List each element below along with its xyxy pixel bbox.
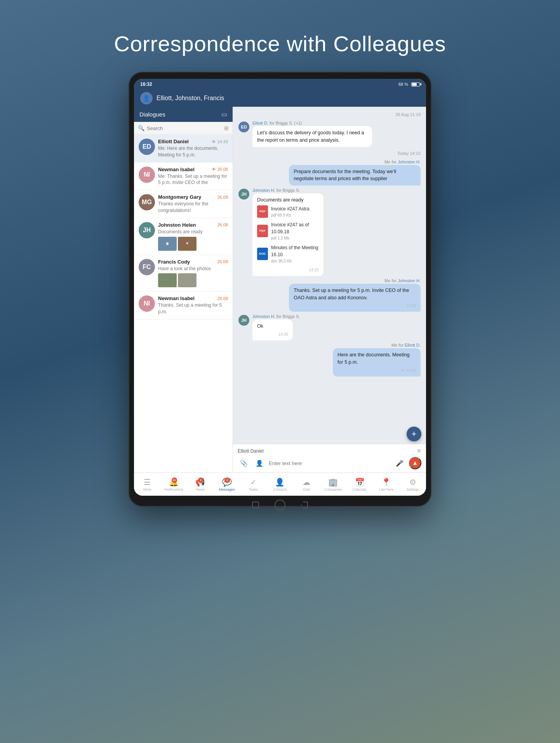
- back-button[interactable]: [252, 502, 259, 509]
- incoming-message-row: JH Johnston H. for Briggs S. Ok 14:36: [238, 314, 300, 340]
- nav-icon-iamhere: 📍: [381, 477, 391, 487]
- attachment-info: Invoice #247 as of 10.09.18 pdf 1.2 Mb: [271, 221, 319, 241]
- dialogue-item[interactable]: MG Montgomery Gary 26.08 Thanks everyone…: [134, 190, 233, 218]
- chat-input-field[interactable]: [269, 460, 390, 466]
- tablet-frame: 16:32 68 % 👤 Elliott, Johnston, Francis …: [129, 72, 431, 507]
- outgoing-for: Elliott D.: [405, 343, 421, 347]
- outgoing-message-row: Me for Johnston H. Prepare documents for…: [266, 160, 421, 186]
- tablet-bottom-buttons: [134, 500, 426, 510]
- dialogue-preview: Me: Here are the documents. Meeting for …: [158, 145, 228, 158]
- menu-button[interactable]: [301, 502, 308, 509]
- nav-icon-settings: ⚙: [409, 477, 416, 487]
- msg-bubble-outgoing: Thanks. Set up a meeting for 5 p.m. Invi…: [289, 284, 421, 312]
- dialogue-row1: Francis Cody 26.08: [158, 259, 228, 265]
- nav-label-messages: Messages: [219, 488, 235, 491]
- attachment-name: Minutes of the Meeting 16.10: [271, 244, 319, 258]
- attachment-item: PDF Invoice #247 Astra pdf 69.9 Kb: [257, 204, 319, 220]
- nav-item-disk[interactable]: ☁ Disk: [293, 476, 320, 493]
- nav-badge-news: 1: [198, 477, 203, 483]
- dialogue-preview: Documents are ready: [158, 229, 228, 235]
- dialogue-item[interactable]: ED Elliott Daniel 👁 14:43 Me: Here are t…: [134, 135, 233, 163]
- msg-sender: Johnston H.: [252, 314, 275, 319]
- dialogue-time: 26.08: [217, 222, 228, 227]
- attachment-item: DOC Minutes of the Meeting 16.10 doc 96.…: [257, 243, 319, 266]
- nav-item-companies[interactable]: 🏢 Companies: [320, 476, 346, 493]
- attachment-icon: DOC: [257, 248, 268, 260]
- outgoing-meta: Me for Elliott D.: [317, 343, 421, 347]
- msg-sender: Elliott D.: [252, 121, 268, 125]
- folder-icon[interactable]: ▭: [221, 111, 227, 118]
- nav-item-iamhere[interactable]: 📍 I am here: [373, 476, 399, 493]
- attachment-name: Invoice #247 as of 10.09.18: [271, 221, 319, 235]
- avatar-initials: ED: [139, 139, 155, 155]
- send-button[interactable]: ▲: [409, 457, 421, 469]
- dialogue-item[interactable]: FC Francis Cody 26.08 Have a look at the…: [134, 255, 233, 292]
- attachment-name: Invoice #247 Astra: [271, 205, 319, 212]
- nav-label-companies: Companies: [324, 488, 342, 491]
- nav-item-news[interactable]: 1 📢 News: [187, 476, 214, 493]
- msg-bubble-incoming: Ok 14:36: [252, 319, 293, 340]
- nav-label-tasks: Tasks: [249, 488, 258, 491]
- photo-1: [158, 273, 177, 287]
- nav-item-messages[interactable]: 2 💬 Messages: [214, 476, 240, 493]
- dialogue-name: Newman Isabel: [158, 167, 195, 172]
- nav-item-calendar[interactable]: 📅 Calendar: [346, 476, 373, 493]
- dialogue-item[interactable]: NI Newman Isabel 👁 26.08 Me: Thanks. Set…: [134, 163, 233, 191]
- mic-button[interactable]: 🎤: [393, 457, 406, 469]
- dialogue-content: Johnston Helen 26.08 Documents are ready…: [158, 222, 228, 251]
- chat-close-button[interactable]: ✕: [416, 447, 421, 455]
- dialogue-row1: Elliott Daniel 👁 14:43: [158, 139, 228, 144]
- status-right: 68 %: [398, 82, 420, 87]
- nav-icon-contacts: 👤: [275, 477, 285, 487]
- nav-item-contacts[interactable]: 👤 Contacts: [267, 476, 293, 493]
- dialogue-row1: Montgomery Gary 26.08: [158, 194, 228, 200]
- header-avatar-img: 👤: [140, 92, 153, 104]
- outgoing-for: Johnston H.: [398, 278, 421, 283]
- chat-panel: 26 Aug 11:19 ED Elliott D. for Briggs S.…: [233, 107, 426, 472]
- dialogue-content: Montgomery Gary 26.08 Thanks everyone fo…: [158, 194, 228, 214]
- msg-time: 14:25: [309, 267, 319, 273]
- mention-button[interactable]: 👤: [253, 457, 266, 469]
- attachment-size: doc 96.5 Kb: [271, 258, 319, 264]
- msg-time: 14:28: [406, 303, 416, 309]
- outgoing-message-row: Me for Elliott D. Here are the documents…: [317, 343, 421, 377]
- avatar-initials: JH: [139, 222, 155, 238]
- dialogue-preview: Thanks. Set up a meeting for 5 p.m.: [158, 302, 228, 315]
- dialogue-row1: Johnston Helen 26.08: [158, 222, 228, 228]
- search-input[interactable]: [147, 125, 222, 131]
- dialogue-time: 👁 14:43: [212, 139, 228, 144]
- dialogue-name: Montgomery Gary: [158, 194, 201, 200]
- attach-button[interactable]: 📎: [238, 457, 250, 469]
- dialogue-item[interactable]: JH Johnston Helen 26.08 Documents are re…: [134, 218, 233, 255]
- nav-item-more[interactable]: ☰ More: [134, 476, 160, 493]
- chat-input-container: Elliott Daniel ✕ 📎 👤 🎤 ▲: [233, 444, 426, 472]
- thumb-2: 📢: [178, 237, 197, 251]
- dialogue-avatar: JH: [139, 222, 155, 238]
- home-button[interactable]: [275, 500, 285, 510]
- nav-item-settings[interactable]: ⚙ Settings: [400, 476, 426, 493]
- filter-icon[interactable]: ⊞: [224, 125, 229, 131]
- dialogue-item[interactable]: NI Newman Isabel 26.08 Thanks. Set up a …: [134, 292, 233, 319]
- avatar-initials: MG: [139, 194, 155, 210]
- dialogue-avatar: FC: [139, 259, 155, 275]
- search-bar[interactable]: 🔍 ⊞: [134, 122, 233, 135]
- fab-button[interactable]: +: [407, 427, 421, 441]
- msg-meta: Elliott D. for Briggs S. (+1): [252, 121, 393, 125]
- attachment-size: pdf 1.2 Mb: [271, 235, 319, 241]
- nav-badge-notifications: 11: [172, 477, 177, 483]
- dialogue-preview: Have a look at the photos: [158, 266, 228, 272]
- msg-time: 👁 14:43: [401, 368, 416, 373]
- attachment-icon: PDF: [257, 225, 268, 237]
- dialogue-avatar: NI: [139, 295, 155, 312]
- app-header: 👤 Elliott, Johnston, Francis: [134, 90, 426, 107]
- dialogue-avatar: ED: [139, 139, 155, 155]
- nav-item-notifications[interactable]: 11 🔔 Notifications: [160, 476, 187, 493]
- nav-item-tasks[interactable]: ✓ Tasks: [240, 476, 266, 493]
- dialogue-preview: Me: Thanks. Set up a meeting for 5 p.m. …: [158, 173, 228, 186]
- incoming-message-row: ED Elliott D. for Briggs S. (+1) Let’s d…: [238, 121, 393, 147]
- dialogue-preview: Thanks everyone for the congratulations!: [158, 201, 228, 214]
- dialogues-title: Dialogues: [139, 111, 165, 118]
- bottom-nav: ☰ More 11 🔔 Notifications 1 📢 News 2 💬 M…: [134, 472, 426, 496]
- msg-bubble-incoming: Documents are ready PDF Invoice #247 Ast…: [252, 193, 323, 276]
- msg-bubble-incoming: Let’s discuss the delivery of goods toda…: [252, 126, 372, 147]
